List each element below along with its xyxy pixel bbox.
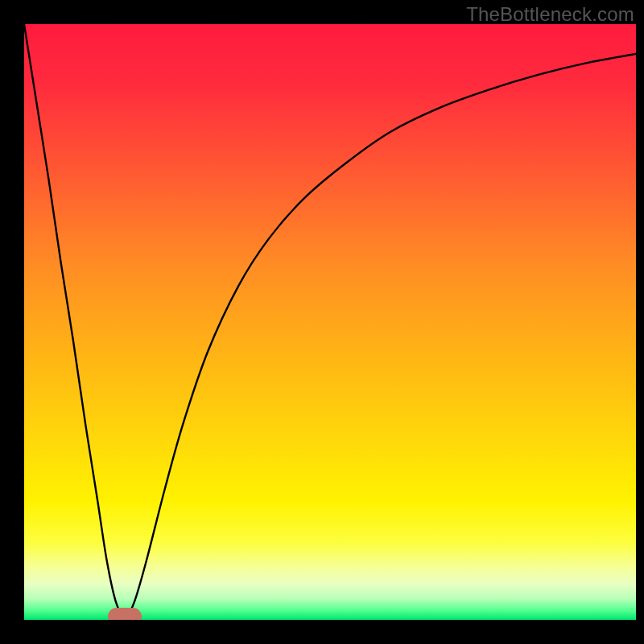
chart-frame: TheBottleneck.com [0, 0, 644, 644]
optimal-point-marker [108, 608, 142, 620]
plot-area [24, 24, 636, 620]
bottleneck-curve [24, 24, 636, 620]
watermark-text: TheBottleneck.com [466, 3, 634, 26]
